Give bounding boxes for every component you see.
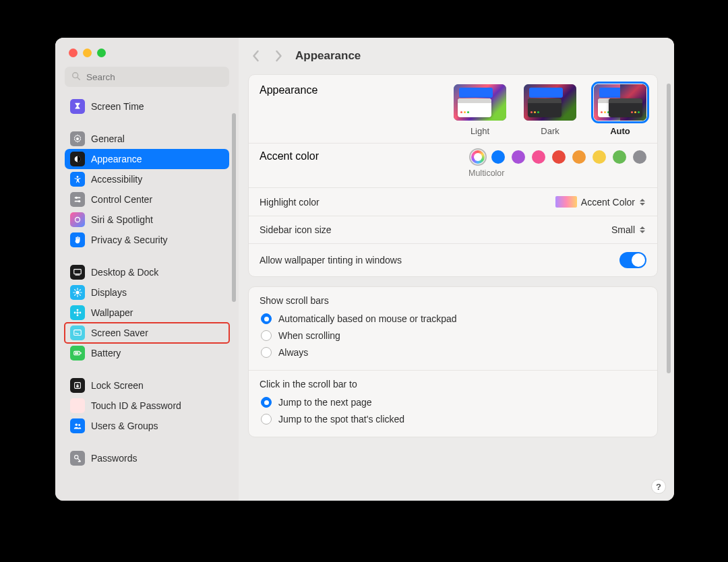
- highlight-swatch: [555, 196, 577, 208]
- titlebar: Appearance: [239, 38, 674, 70]
- sidebar-item-appearance[interactable]: Appearance: [65, 149, 229, 169]
- highlight-color-row[interactable]: Highlight color Accent Color: [249, 187, 657, 216]
- sidebar-item-desktop-dock[interactable]: Desktop & Dock: [65, 262, 229, 282]
- sidebar-item-control-center[interactable]: Control Center: [65, 189, 229, 210]
- appearance-option-light[interactable]: Light: [454, 84, 506, 136]
- radio-indicator: [261, 397, 272, 408]
- dock-icon: [70, 265, 85, 280]
- sidebar-item-general[interactable]: General: [65, 129, 229, 149]
- appearance-label: Appearance: [260, 84, 317, 96]
- sliders-icon: [70, 192, 85, 207]
- svg-point-7: [75, 197, 78, 199]
- search-field[interactable]: [65, 67, 229, 87]
- scroll-click-next-page[interactable]: Jump to the next page: [260, 394, 646, 410]
- scrollbars-option-always[interactable]: Always: [260, 344, 646, 361]
- close-window-button[interactable]: [69, 49, 78, 57]
- sidebar-item-label: Screen Time: [91, 101, 144, 112]
- svg-rect-26: [74, 330, 82, 336]
- appearance-pane: Appearance Light: [248, 74, 658, 277]
- sidebar-item-label: Siri & Spotlight: [91, 214, 153, 225]
- radio-label: Automatically based on mouse or trackpad: [278, 313, 457, 324]
- accent-multicolor[interactable]: [471, 150, 485, 164]
- svg-rect-29: [75, 352, 78, 354]
- svg-point-22: [77, 309, 79, 311]
- svg-point-12: [75, 290, 79, 294]
- accent-label: Accent color: [260, 150, 319, 162]
- sidebar-item-users-groups[interactable]: Users & Groups: [65, 416, 229, 436]
- sidebar-item-lock-screen[interactable]: Lock Screen: [65, 375, 229, 396]
- auto-label: Auto: [610, 126, 630, 136]
- sidebar-item-screen-time[interactable]: Screen Time: [65, 96, 229, 117]
- sidebar-item-wallpaper[interactable]: Wallpaper: [65, 303, 229, 323]
- system-settings-window: Screen Time General Appearance Accessibi…: [55, 38, 674, 501]
- main-scroll-thumb[interactable]: [667, 84, 671, 373]
- accent-gray[interactable]: [633, 150, 646, 164]
- dark-preview: [524, 84, 576, 121]
- flower-icon: [70, 305, 85, 320]
- content-scroll: Appearance Light: [239, 70, 674, 501]
- scroll-click-jump-to-spot[interactable]: Jump to the spot that's clicked: [260, 410, 646, 427]
- sidebar-item-battery[interactable]: Battery: [65, 343, 229, 363]
- sidebar-item-label: Battery: [91, 348, 121, 358]
- zoom-window-button[interactable]: [97, 49, 106, 57]
- accent-red[interactable]: [552, 150, 566, 164]
- wallpaper-tinting-row: Allow wallpaper tinting in windows: [249, 243, 657, 276]
- search-input[interactable]: [85, 71, 222, 83]
- nav-back-button[interactable]: [245, 46, 266, 66]
- accent-purple[interactable]: [512, 150, 525, 164]
- sidebar-scroll-thumb[interactable]: [232, 113, 236, 302]
- appearance-option-dark[interactable]: Dark: [524, 84, 576, 136]
- scroll-behavior-pane: Show scroll bars Automatically based on …: [248, 286, 658, 437]
- minimize-window-button[interactable]: [83, 49, 92, 57]
- sidebar-item-label: Lock Screen: [91, 380, 144, 391]
- scroll-click-section: Click in the scroll bar to Jump to the n…: [249, 370, 657, 437]
- svg-point-9: [75, 218, 80, 222]
- sidebar-item-accessibility[interactable]: Accessibility: [65, 169, 229, 189]
- sidebar-item-privacy-security[interactable]: Privacy & Security: [65, 230, 229, 250]
- radio-indicator: [261, 313, 272, 324]
- sidebar-item-label: Wallpaper: [91, 307, 133, 318]
- auto-preview: [594, 84, 646, 121]
- sidebar-scroll-area: Screen Time General Appearance Accessibi…: [55, 94, 239, 501]
- sidebar-item-label: Users & Groups: [91, 420, 158, 431]
- radio-label: Jump to the next page: [278, 397, 372, 408]
- accent-yellow[interactable]: [593, 150, 606, 164]
- sidebar-item-label: Passwords: [91, 453, 137, 464]
- sidebar-icon-size-row[interactable]: Sidebar icon size Small: [249, 216, 657, 243]
- sidebar-item-siri-spotlight[interactable]: Siri & Spotlight: [65, 210, 229, 230]
- svg-point-2: [76, 137, 79, 140]
- accent-blue[interactable]: [491, 150, 505, 164]
- accent-color-row: Accent color Mul: [249, 143, 657, 187]
- lock-screen-icon: [70, 378, 85, 393]
- sidebar-item-passwords[interactable]: Passwords: [65, 448, 229, 468]
- sidebar-item-label: Accessibility: [91, 174, 142, 185]
- help-button[interactable]: ?: [651, 479, 666, 494]
- svg-rect-10: [74, 270, 82, 274]
- sidebar-item-label: Displays: [91, 287, 127, 298]
- svg-point-32: [75, 424, 78, 427]
- accent-orange[interactable]: [572, 150, 586, 164]
- scrollbars-option-when-scrolling[interactable]: When scrolling: [260, 327, 646, 344]
- battery-icon: [70, 346, 85, 361]
- highlight-value: Accent Color: [581, 197, 635, 208]
- sidebar-icon-size-label: Sidebar icon size: [260, 224, 332, 235]
- scrollbars-option-auto[interactable]: Automatically based on mouse or trackpad: [260, 310, 646, 327]
- nav-forward-button[interactable]: [268, 46, 289, 66]
- sidebar-item-label: Control Center: [91, 194, 152, 205]
- accent-green[interactable]: [613, 150, 626, 164]
- siri-icon: [70, 212, 85, 227]
- wallpaper-tinting-toggle[interactable]: [619, 252, 646, 268]
- sidebar-item-label: General: [91, 133, 125, 144]
- search-icon: [71, 71, 85, 83]
- sidebar-scrollbar[interactable]: [231, 113, 237, 487]
- main-scrollbar[interactable]: [666, 84, 671, 468]
- sidebar-item-screen-saver[interactable]: Screen Saver: [65, 323, 229, 343]
- window-controls: [55, 38, 239, 64]
- sidebar-item-displays[interactable]: Displays: [65, 282, 229, 303]
- appearance-option-auto[interactable]: Auto: [594, 84, 646, 136]
- svg-line-18: [80, 294, 80, 295]
- accent-pink[interactable]: [532, 150, 545, 164]
- svg-rect-11: [75, 275, 80, 276]
- sidebar-item-touch-id[interactable]: Touch ID & Password: [65, 396, 229, 416]
- sidebar-item-label: Privacy & Security: [91, 235, 168, 245]
